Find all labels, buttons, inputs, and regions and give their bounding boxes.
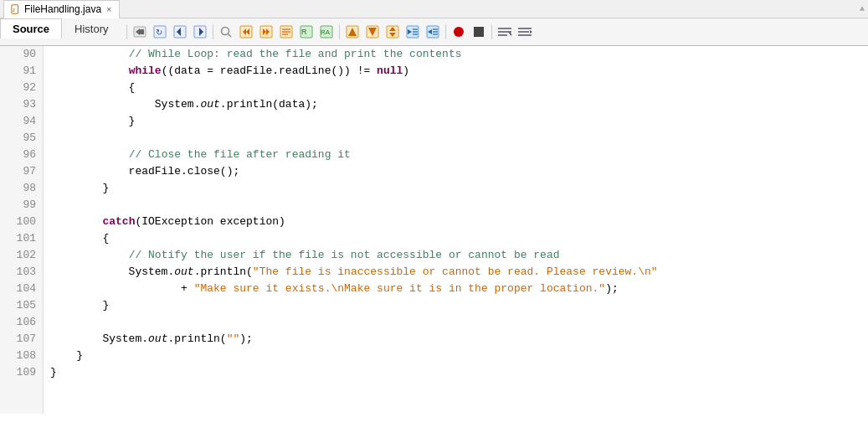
code-line-92: {: [50, 80, 868, 96]
code-line-100: catch(IOException exception): [50, 214, 868, 230]
code-line-98: }: [50, 180, 868, 197]
toolbar-btn-down-arrow[interactable]: [363, 23, 382, 41]
code-line-97: readFile.close();: [50, 163, 868, 180]
toolbar-sep-5: [491, 24, 492, 39]
tab-history[interactable]: History: [62, 18, 121, 39]
line-num-108: 108: [7, 348, 36, 364]
svg-text:R: R: [301, 28, 307, 36]
code-line-104: + "Make sure it exists.\nMake sure it is…: [50, 281, 868, 297]
line-num-94: 94: [7, 113, 36, 130]
toolbar-btn-search[interactable]: [217, 23, 235, 41]
code-line-105: }: [50, 297, 868, 314]
toolbar: ↻ R RA: [121, 18, 868, 45]
line-num-92: 92: [7, 80, 36, 96]
line-num-95: 95: [7, 130, 36, 147]
code-line-94: }: [50, 113, 868, 130]
code-line-107: System.out.println("");: [50, 331, 868, 348]
svg-point-11: [221, 28, 229, 35]
toolbar-btn-stop[interactable]: [470, 23, 488, 41]
line-num-102: 102: [7, 247, 36, 264]
toolbar-sep-4: [445, 24, 446, 39]
code-line-95: [50, 130, 868, 147]
svg-point-44: [454, 27, 464, 37]
line-num-101: 101: [7, 230, 36, 247]
line-num-97: 97: [7, 163, 36, 180]
toolbar-btn-find-next[interactable]: [257, 23, 275, 41]
toolbar-btn-next[interactable]: [191, 23, 209, 41]
line-num-90: 90: [7, 46, 36, 63]
line-num-99: 99: [7, 197, 36, 214]
file-tab[interactable]: J FileHandling.java ×: [3, 0, 120, 18]
line-num-91: 91: [7, 63, 36, 80]
svg-text:↻: ↻: [156, 28, 162, 37]
code-area: 90 91 92 93 94 95 96 97 98 99 100 101 10…: [0, 46, 868, 414]
svg-marker-53: [530, 30, 532, 33]
toolbar-btn-up-down-arrows[interactable]: [383, 23, 402, 41]
code-line-106: [50, 314, 868, 331]
svg-text:J: J: [13, 8, 15, 13]
line-num-105: 105: [7, 297, 36, 314]
svg-rect-45: [474, 27, 484, 37]
code-editor[interactable]: // While Loop: read the file and print t…: [44, 46, 868, 414]
toolbar-btn-back[interactable]: [131, 23, 149, 41]
toolbar-sep-2: [213, 24, 213, 39]
toolbar-btn-refresh[interactable]: ↻: [151, 23, 169, 41]
code-line-102: // Notify the user if the file is not ac…: [50, 247, 868, 264]
line-num-93: 93: [7, 96, 36, 113]
svg-text:RA: RA: [321, 28, 331, 36]
code-line-108: }: [50, 348, 868, 364]
java-file-icon: J: [11, 3, 21, 15]
file-tab-close[interactable]: ×: [106, 4, 111, 14]
toolbar-btn-format1[interactable]: [496, 23, 514, 41]
toolbar-btn-record[interactable]: [449, 23, 468, 41]
line-num-109: 109: [7, 364, 36, 381]
toolbar-btn-find-all[interactable]: [277, 23, 295, 41]
toolbar-btn-up-arrow[interactable]: [343, 23, 362, 41]
toolbar-btn-unindent[interactable]: [424, 23, 442, 41]
toolbar-btn-replace-all[interactable]: RA: [317, 23, 336, 41]
toolbar-sep-1: [126, 24, 127, 39]
svg-line-12: [228, 34, 231, 38]
title-bar: J FileHandling.java × ▲: [0, 0, 868, 18]
code-line-109: }: [50, 364, 868, 381]
toolbar-btn-prev[interactable]: [171, 23, 189, 41]
scroll-indicator: ▲: [860, 4, 865, 13]
line-num-104: 104: [7, 281, 36, 297]
code-line-93: System.out.println(data);: [50, 96, 868, 113]
line-num-96: 96: [7, 147, 36, 163]
line-num-106: 106: [7, 314, 36, 331]
toolbar-btn-replace[interactable]: R: [297, 23, 316, 41]
tab-source[interactable]: Source: [0, 18, 62, 39]
code-line-103: System.out.println("The file is inaccess…: [50, 264, 868, 281]
toolbar-sep-3: [339, 24, 340, 39]
code-line-91: while((data = readFile.readLine()) != nu…: [50, 63, 868, 80]
toolbar-btn-indent[interactable]: [403, 23, 422, 41]
toolbar-btn-find-prev[interactable]: [237, 23, 255, 41]
line-num-98: 98: [7, 180, 36, 197]
line-numbers: 90 91 92 93 94 95 96 97 98 99 100 101 10…: [0, 46, 44, 414]
file-tab-label: FileHandling.java: [24, 3, 101, 15]
line-num-107: 107: [7, 331, 36, 348]
code-line-96: // Close the file after reading it: [50, 147, 868, 163]
code-line-99: [50, 197, 868, 214]
line-num-100: 100: [7, 214, 36, 230]
line-num-103: 103: [7, 264, 36, 281]
toolbar-btn-format2[interactable]: [516, 23, 534, 41]
svg-rect-4: [140, 29, 144, 34]
code-line-90: // While Loop: read the file and print t…: [50, 46, 868, 63]
code-line-101: {: [50, 230, 868, 247]
